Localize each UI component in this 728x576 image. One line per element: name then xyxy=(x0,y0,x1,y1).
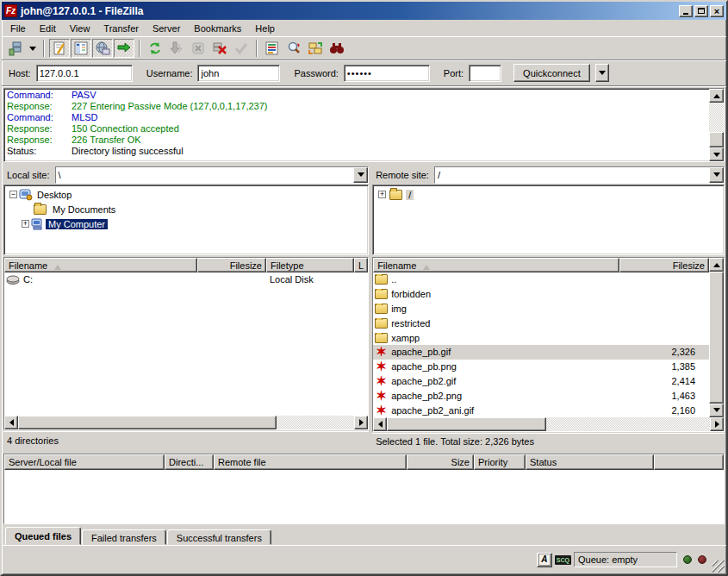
file-row[interactable]: forbidden xyxy=(373,287,709,302)
local-list-body[interactable]: C: Local Disk xyxy=(4,272,368,416)
quickconnect-dropdown[interactable] xyxy=(595,64,609,82)
file-row[interactable]: ✶apache_pb2.gif 2,414 xyxy=(373,374,709,389)
log-label: Status: xyxy=(4,146,72,157)
find-files-button[interactable] xyxy=(327,39,347,58)
column-filesize[interactable]: Filesize xyxy=(619,258,709,272)
quickconnect-button[interactable]: Quickconnect xyxy=(513,64,590,82)
speed-limit-icon[interactable]: SCQ xyxy=(555,555,571,565)
column-priority[interactable]: Priority xyxy=(474,454,526,470)
column-size[interactable]: Size xyxy=(407,454,474,470)
scroll-thumb[interactable] xyxy=(387,417,546,431)
file-row[interactable]: ✶apache_pb.png 1,385 xyxy=(373,360,709,374)
scroll-thumb[interactable] xyxy=(709,132,724,147)
tree-item-my-computer[interactable]: + My Computer xyxy=(4,216,368,231)
column-filesize[interactable]: Filesize xyxy=(197,258,266,272)
tree-item-my-documents[interactable]: My Documents xyxy=(4,202,368,216)
file-row-selected[interactable]: ✶apache_pb.gif 2,326 xyxy=(373,345,709,360)
scroll-down-button[interactable] xyxy=(709,147,724,161)
port-input[interactable] xyxy=(469,65,501,82)
remote-file-list: Filename Filesize .. forbidden xyxy=(372,257,725,432)
scroll-left-button[interactable] xyxy=(4,416,18,429)
remote-list-body[interactable]: .. forbidden img xyxy=(373,272,709,417)
column-filename[interactable]: Filename xyxy=(373,258,619,272)
column-status[interactable]: Status xyxy=(526,454,654,470)
expand-icon[interactable]: + xyxy=(22,220,29,228)
menu-bookmarks[interactable]: Bookmarks xyxy=(187,22,248,35)
scroll-down-button[interactable] xyxy=(709,404,724,417)
expand-icon[interactable]: + xyxy=(378,191,386,198)
tree-item-root[interactable]: + / xyxy=(373,187,724,202)
host-input[interactable] xyxy=(36,65,133,82)
scroll-right-button[interactable] xyxy=(710,417,724,431)
queue-body[interactable] xyxy=(4,470,724,523)
local-tree[interactable]: − Desktop My Documents + xyxy=(3,185,369,255)
collapse-icon[interactable]: − xyxy=(9,191,17,198)
column-direction[interactable]: Directi... xyxy=(165,454,214,470)
log-scrollbar[interactable] xyxy=(709,89,724,161)
host-label: Host: xyxy=(9,68,31,78)
remote-site-dropdown[interactable] xyxy=(709,167,724,183)
resize-grip[interactable] xyxy=(712,560,725,573)
file-row-c-drive[interactable]: C: Local Disk xyxy=(4,272,368,287)
remote-site-row: Remote site: / xyxy=(372,166,725,184)
toggle-message-log-button[interactable] xyxy=(49,39,70,58)
menu-view[interactable]: View xyxy=(63,22,97,35)
file-row[interactable]: xampp xyxy=(373,330,709,345)
scroll-thumb[interactable] xyxy=(18,416,277,429)
local-horizontal-scrollbar[interactable] xyxy=(4,416,368,429)
tab-failed-transfers[interactable]: Failed transfers xyxy=(82,529,166,545)
tab-successful-transfers[interactable]: Successful transfers xyxy=(167,529,271,545)
remote-site-combo[interactable]: / xyxy=(434,166,725,184)
file-row[interactable]: ✶apache_pb2.png 1,463 xyxy=(373,388,709,403)
toolbar-separator xyxy=(256,40,258,57)
synchronized-browsing-button[interactable] xyxy=(305,39,326,58)
minimize-button[interactable] xyxy=(679,5,693,17)
file-row[interactable]: img xyxy=(373,302,709,316)
maximize-button[interactable] xyxy=(694,5,708,17)
column-server-local-file[interactable]: Server/Local file xyxy=(4,454,165,470)
site-manager-button[interactable] xyxy=(5,39,26,58)
local-site-combo[interactable]: \ xyxy=(55,166,370,184)
toggle-local-tree-button[interactable] xyxy=(71,39,91,58)
desktop-icon xyxy=(19,189,33,201)
file-row[interactable]: restricted xyxy=(373,316,709,330)
process-queue-button[interactable] xyxy=(166,39,187,58)
menu-help[interactable]: Help xyxy=(248,22,282,35)
column-last-modified[interactable]: L xyxy=(354,258,368,272)
site-manager-dropdown[interactable] xyxy=(27,39,39,58)
menu-file[interactable]: File xyxy=(3,22,33,35)
menu-transfer[interactable]: Transfer xyxy=(96,22,146,35)
cancel-button[interactable] xyxy=(188,39,208,58)
username-input[interactable] xyxy=(197,65,280,82)
remote-horizontal-scrollbar[interactable] xyxy=(373,417,724,431)
scroll-left-button[interactable] xyxy=(373,417,387,431)
close-button[interactable]: × xyxy=(710,5,724,17)
refresh-button[interactable] xyxy=(145,39,165,58)
file-search-button[interactable] xyxy=(283,39,304,58)
scroll-right-button[interactable] xyxy=(354,416,368,429)
disconnect-button[interactable] xyxy=(209,39,230,58)
column-remote-file[interactable]: Remote file xyxy=(214,454,407,470)
menu-server[interactable]: Server xyxy=(146,22,187,35)
toggle-remote-tree-button[interactable] xyxy=(92,39,113,58)
toggle-queue-button[interactable] xyxy=(114,39,134,58)
filename-filters-button[interactable] xyxy=(262,39,283,58)
scroll-thumb[interactable] xyxy=(709,272,724,404)
column-filename[interactable]: Filename xyxy=(4,258,197,272)
file-row[interactable]: ✶apache_pb2_ani.gif 2,160 xyxy=(373,403,709,417)
remote-vertical-scrollbar[interactable] xyxy=(709,258,724,417)
scroll-up-button[interactable] xyxy=(709,89,724,103)
message-log-text[interactable]: Command:PASV Response:227 Entering Passi… xyxy=(4,89,709,161)
title-bar[interactable]: Fz john@127.0.0.1 - FileZilla × xyxy=(2,2,726,20)
password-input[interactable] xyxy=(344,65,430,82)
directory-comparison-button[interactable] xyxy=(231,39,252,58)
tree-item-desktop[interactable]: − Desktop xyxy=(4,187,368,202)
column-filetype[interactable]: Filetype xyxy=(266,258,354,272)
scroll-up-button[interactable] xyxy=(709,258,724,272)
menu-edit[interactable]: Edit xyxy=(33,22,63,35)
tab-queued-files[interactable]: Queued files xyxy=(5,527,81,545)
data-type-indicator[interactable]: A xyxy=(537,553,552,567)
remote-tree[interactable]: + / xyxy=(372,185,725,255)
file-row[interactable]: .. xyxy=(373,272,709,287)
local-site-dropdown[interactable] xyxy=(353,167,368,183)
